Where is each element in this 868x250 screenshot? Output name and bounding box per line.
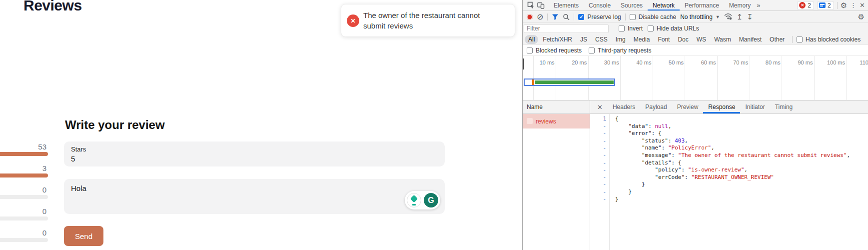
devtools-tab-elements[interactable]: Elements: [549, 0, 584, 10]
response-line: "data": null,: [615, 123, 868, 130]
export-har-icon[interactable]: ↧: [747, 13, 753, 20]
devtools-tab-memory[interactable]: Memory: [724, 0, 756, 10]
error-icon: ✕: [799, 2, 806, 8]
type-filter-css[interactable]: CSS: [592, 35, 611, 44]
type-filter-wasm[interactable]: Wasm: [711, 35, 735, 44]
gutter-line-marker: -: [590, 130, 606, 138]
checkbox-unchecked[interactable]: [527, 48, 533, 54]
devtools-tab-sources[interactable]: Sources: [616, 0, 648, 10]
response-line: }: [615, 181, 868, 188]
settings-gear-icon[interactable]: ⚙: [841, 2, 847, 9]
hide-data-urls-checkbox[interactable]: Hide data URLs: [648, 25, 699, 32]
detail-tab-response[interactable]: Response: [703, 100, 740, 114]
send-button[interactable]: Send: [64, 226, 103, 246]
type-filter-js[interactable]: JS: [577, 35, 591, 44]
checkbox-unchecked[interactable]: [589, 48, 595, 54]
import-har-icon[interactable]: ↥: [737, 13, 743, 20]
has-blocked-cookies-checkbox[interactable]: Has blocked cookies: [797, 36, 861, 43]
disable-cache-checkbox[interactable]: Disable cache: [630, 14, 676, 20]
type-filter-all[interactable]: All: [525, 35, 538, 44]
divider: [547, 14, 548, 20]
response-line: }: [615, 196, 868, 204]
detail-tab-payload[interactable]: Payload: [640, 100, 672, 114]
detail-tab-initiator[interactable]: Initiator: [740, 100, 770, 114]
rating-row: 0: [0, 228, 48, 242]
gutter-line-marker: -: [590, 181, 606, 188]
rating-bar: [0, 238, 48, 242]
clear-network-log-icon[interactable]: ⊘: [537, 13, 543, 21]
close-details-icon[interactable]: ✕: [590, 100, 608, 114]
network-toolbar: ⊘ Preserve log Disable cache No throttli…: [523, 11, 868, 23]
gutter-line-marker: -: [590, 123, 606, 130]
type-filter-media[interactable]: Media: [630, 35, 654, 44]
type-filter-fetch-xhr[interactable]: Fetch/XHR: [539, 35, 576, 44]
checkbox-checked[interactable]: [578, 14, 584, 20]
divider: [574, 14, 574, 20]
request-table-header: Name ✕ HeadersPayloadPreviewResponseInit…: [523, 100, 868, 114]
filter-funnel-icon[interactable]: [552, 14, 559, 20]
rating-bar: [0, 216, 48, 220]
type-filter-doc[interactable]: Doc: [674, 35, 692, 44]
disable-cache-label: Disable cache: [639, 14, 676, 20]
network-overview-timeline[interactable]: 10 ms20 ms30 ms40 ms50 ms60 ms70 ms80 ms…: [523, 56, 868, 100]
inspect-element-icon[interactable]: [526, 2, 536, 9]
checkbox-unchecked[interactable]: [630, 14, 636, 20]
name-column-header[interactable]: Name: [523, 100, 590, 114]
request-row-reviews[interactable]: reviews: [523, 114, 590, 128]
devtools-tab-console[interactable]: Console: [584, 0, 616, 10]
type-filter-manifest[interactable]: Manifest: [736, 35, 765, 44]
rating-row: 3: [0, 164, 48, 178]
invert-checkbox[interactable]: Invert: [619, 25, 643, 32]
record-network-log-icon[interactable]: [527, 14, 533, 20]
divider: [837, 2, 838, 9]
waterfall-download-segment: [535, 80, 614, 84]
close-devtools-icon[interactable]: ✕: [860, 2, 865, 8]
rating-row: 0: [0, 186, 48, 199]
kebab-menu-icon[interactable]: ⋮: [850, 2, 857, 8]
more-tabs-icon[interactable]: »: [757, 2, 760, 8]
checkbox-unchecked[interactable]: [619, 26, 625, 32]
type-filter-font[interactable]: Font: [654, 35, 673, 44]
devtools-tab-performance[interactable]: Performance: [680, 0, 724, 10]
type-filter-img[interactable]: Img: [612, 35, 629, 44]
third-party-requests-checkbox[interactable]: Third-party requests: [589, 47, 651, 54]
detail-tab-preview[interactable]: Preview: [672, 100, 704, 114]
request-file-icon: [527, 118, 533, 124]
request-detail-tabs: ✕ HeadersPayloadPreviewResponseInitiator…: [590, 100, 868, 114]
filter-input[interactable]: [524, 24, 609, 33]
issues-icon: [819, 2, 826, 8]
issues-badge[interactable]: 2: [817, 1, 834, 10]
devtools-tab-bar: ElementsConsoleSourcesNetworkPerformance…: [523, 0, 868, 11]
third-party-requests-label: Third-party requests: [598, 47, 651, 54]
stars-field[interactable]: Stars 5: [64, 142, 445, 166]
preserve-log-checkbox[interactable]: Preserve log: [578, 14, 621, 20]
review-textarea[interactable]: Hola G: [64, 179, 445, 214]
divider: [792, 36, 793, 43]
response-line: "error": {: [615, 130, 868, 138]
response-viewer: 1----------- { "data": null, "error": { …: [590, 114, 868, 250]
timeline-tick-label: 90 ms: [783, 60, 813, 66]
detail-tab-headers[interactable]: Headers: [608, 100, 640, 114]
grammarly-icon[interactable]: G: [424, 193, 438, 208]
grammarly-suggestion-icon[interactable]: [407, 193, 421, 208]
type-filter-list: AllFetch/XHRJSCSSImgMediaFontDocWSWasmMa…: [525, 35, 788, 44]
type-filter-other[interactable]: Other: [766, 35, 788, 44]
type-filter-ws[interactable]: WS: [693, 35, 710, 44]
device-toolbar-icon[interactable]: [536, 2, 546, 9]
search-icon[interactable]: [563, 14, 570, 20]
checkbox-unchecked[interactable]: [648, 26, 654, 32]
detail-tab-timing[interactable]: Timing: [770, 100, 798, 114]
response-json-body[interactable]: { "data": null, "error": { "status": 403…: [610, 114, 868, 250]
network-conditions-icon[interactable]: [724, 14, 733, 20]
network-settings-gear-icon[interactable]: ⚙: [858, 13, 868, 20]
rating-count: 0: [0, 207, 46, 216]
throttling-dropdown[interactable]: No throttling ▼: [680, 14, 720, 20]
checkbox-unchecked[interactable]: [797, 36, 803, 42]
console-errors-badge[interactable]: ✕ 2: [797, 1, 814, 10]
response-line: "name": "PolicyError",: [615, 144, 868, 152]
devtools-tab-network[interactable]: Network: [648, 0, 680, 10]
blocked-requests-checkbox[interactable]: Blocked requests: [527, 47, 582, 54]
timeline-tick-label: 110 ms: [848, 60, 868, 66]
overview-selection-bar[interactable]: [524, 78, 615, 86]
has-blocked-cookies-label: Has blocked cookies: [806, 36, 861, 43]
